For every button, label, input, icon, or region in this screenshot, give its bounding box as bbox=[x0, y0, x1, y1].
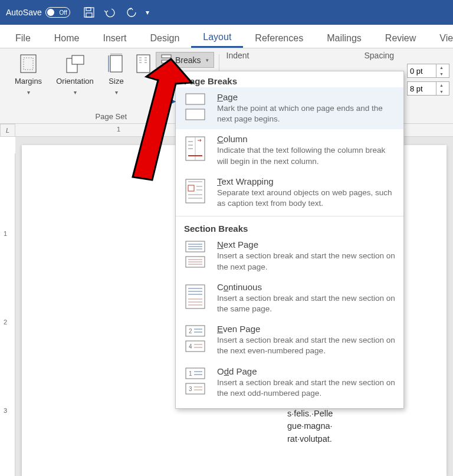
tab-references[interactable]: References bbox=[243, 27, 315, 48]
size-icon bbox=[107, 53, 125, 74]
chevron-right-icon: ▶ bbox=[171, 97, 176, 105]
titlebar: AutoSave Off ▾ bbox=[0, 0, 453, 25]
tab-file[interactable]: File bbox=[4, 27, 42, 48]
svg-rect-17 bbox=[162, 55, 171, 58]
spacing-after-field[interactable] bbox=[408, 82, 436, 95]
next-page-icon bbox=[182, 239, 209, 269]
spin-down-icon[interactable]: ▼ bbox=[436, 71, 447, 77]
breaks-dropdown: Page Breaks ▶ PPageage Mark the point at… bbox=[175, 71, 404, 409]
orientation-icon bbox=[65, 53, 85, 74]
tab-home[interactable]: Home bbox=[42, 27, 91, 48]
column-break-icon bbox=[182, 134, 209, 163]
menu-item-even-page[interactable]: 24 Even Page Insert a section break and … bbox=[176, 319, 403, 361]
menu-item-page-break[interactable]: ▶ PPageage Mark the point at which one p… bbox=[176, 87, 403, 129]
margins-button[interactable]: Margins ▾ bbox=[8, 51, 48, 96]
save-icon[interactable] bbox=[83, 6, 95, 18]
svg-rect-0 bbox=[84, 8, 94, 17]
svg-rect-10 bbox=[137, 55, 150, 73]
menu-item-continuous[interactable]: Continuous Insert a section break and st… bbox=[176, 277, 403, 319]
section-header-section-breaks: Section Breaks bbox=[176, 219, 403, 235]
even-page-icon: 24 bbox=[182, 324, 209, 353]
vertical-ruler[interactable]: 1 2 3 bbox=[0, 153, 15, 476]
menu-item-column-break[interactable]: Column Indicate that the text following … bbox=[176, 129, 403, 171]
menu-item-text-wrapping[interactable]: Text Wrapping Separate text around objec… bbox=[176, 172, 403, 214]
svg-rect-6 bbox=[72, 55, 84, 64]
continuous-icon bbox=[182, 282, 209, 311]
odd-page-icon: 13 bbox=[182, 366, 209, 396]
autosave-toggle[interactable]: AutoSave Off bbox=[6, 7, 70, 18]
svg-text:2: 2 bbox=[189, 328, 192, 334]
svg-rect-20 bbox=[186, 109, 205, 120]
tab-design[interactable]: Design bbox=[138, 27, 191, 48]
breaks-icon bbox=[161, 54, 172, 65]
svg-rect-18 bbox=[162, 60, 171, 63]
quick-access-toolbar: ▾ bbox=[83, 6, 149, 18]
breaks-button[interactable]: Breaks ▾ bbox=[156, 52, 214, 68]
orientation-button[interactable]: Orientation ▾ bbox=[52, 51, 98, 96]
tab-view[interactable]: View bbox=[428, 27, 453, 48]
page-break-icon bbox=[182, 92, 209, 122]
svg-text:3: 3 bbox=[189, 386, 192, 392]
menu-item-next-page[interactable]: Next Page Insert a section break and sta… bbox=[176, 235, 403, 277]
margins-icon bbox=[19, 53, 37, 74]
svg-rect-2 bbox=[86, 13, 92, 17]
svg-rect-4 bbox=[24, 58, 33, 70]
svg-rect-19 bbox=[186, 94, 205, 104]
tab-insert[interactable]: Insert bbox=[91, 27, 138, 48]
spacing-before-field[interactable] bbox=[408, 64, 436, 77]
spacing-label: Spacing bbox=[309, 51, 449, 60]
ribbon-tabs: File Home Insert Design Layout Reference… bbox=[0, 25, 453, 48]
svg-rect-7 bbox=[110, 55, 122, 72]
spin-up-icon[interactable]: ▲ bbox=[436, 82, 447, 88]
spacing-before-input[interactable]: ▲▼ bbox=[407, 64, 449, 78]
ruler-corner: L bbox=[0, 124, 15, 137]
indent-label: Indent bbox=[226, 51, 309, 60]
svg-text:1: 1 bbox=[189, 370, 192, 377]
svg-text:4: 4 bbox=[189, 343, 192, 350]
tab-review[interactable]: Review bbox=[373, 27, 428, 48]
menu-item-odd-page[interactable]: 13 Odd Page Insert a section break and s… bbox=[176, 362, 403, 403]
tab-layout[interactable]: Layout bbox=[191, 26, 243, 48]
text-wrapping-icon bbox=[182, 176, 209, 206]
customize-qat-icon[interactable]: ▾ bbox=[146, 8, 149, 17]
toggle-switch[interactable]: Off bbox=[45, 7, 70, 18]
section-header-page-breaks: Page Breaks bbox=[176, 71, 403, 87]
redo-icon[interactable] bbox=[126, 6, 137, 18]
spin-up-icon[interactable]: ▲ bbox=[436, 64, 447, 71]
columns-icon bbox=[136, 53, 151, 74]
spin-down-icon[interactable]: ▼ bbox=[436, 88, 447, 95]
spacing-after-input[interactable]: ▲▼ bbox=[407, 81, 449, 96]
autosave-label: AutoSave bbox=[6, 8, 42, 17]
undo-icon[interactable] bbox=[103, 6, 117, 18]
columns-button[interactable] bbox=[134, 51, 152, 96]
menu-separator bbox=[176, 216, 403, 216]
svg-rect-1 bbox=[86, 8, 91, 11]
tab-mailings[interactable]: Mailings bbox=[315, 27, 373, 48]
size-button[interactable]: Size ▾ bbox=[101, 51, 131, 96]
